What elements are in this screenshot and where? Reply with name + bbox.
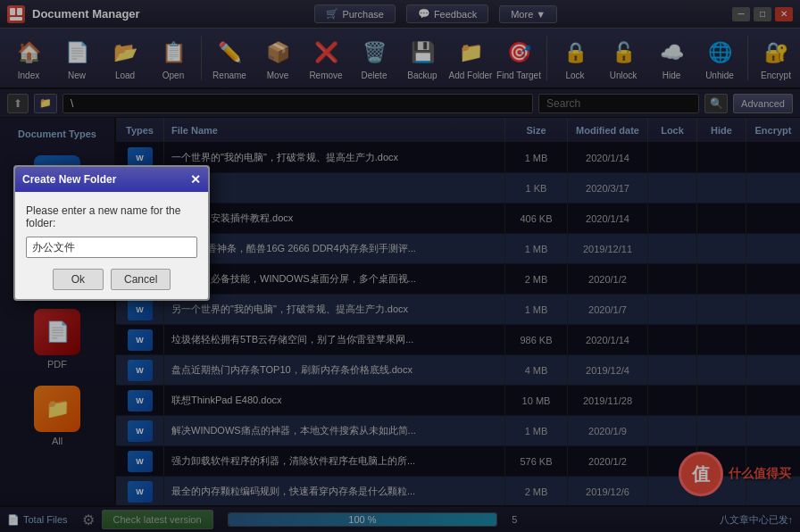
dialog-label: Please enter a new name for the folder:	[26, 204, 197, 229]
dialog-overlay: Create New Folder ✕ Please enter a new n…	[0, 0, 800, 532]
dialog-title: Create New Folder	[22, 173, 116, 186]
dialog-close-button[interactable]: ✕	[190, 172, 201, 187]
dialog-buttons: Ok Cancel	[26, 269, 197, 290]
dialog-ok-button[interactable]: Ok	[53, 269, 104, 290]
create-folder-dialog: Create New Folder ✕ Please enter a new n…	[13, 165, 210, 301]
dialog-cancel-button[interactable]: Cancel	[111, 269, 171, 290]
dialog-body: Please enter a new name for the folder: …	[15, 192, 208, 299]
dialog-title-bar: Create New Folder ✕	[15, 167, 208, 192]
folder-name-input[interactable]	[26, 237, 197, 258]
